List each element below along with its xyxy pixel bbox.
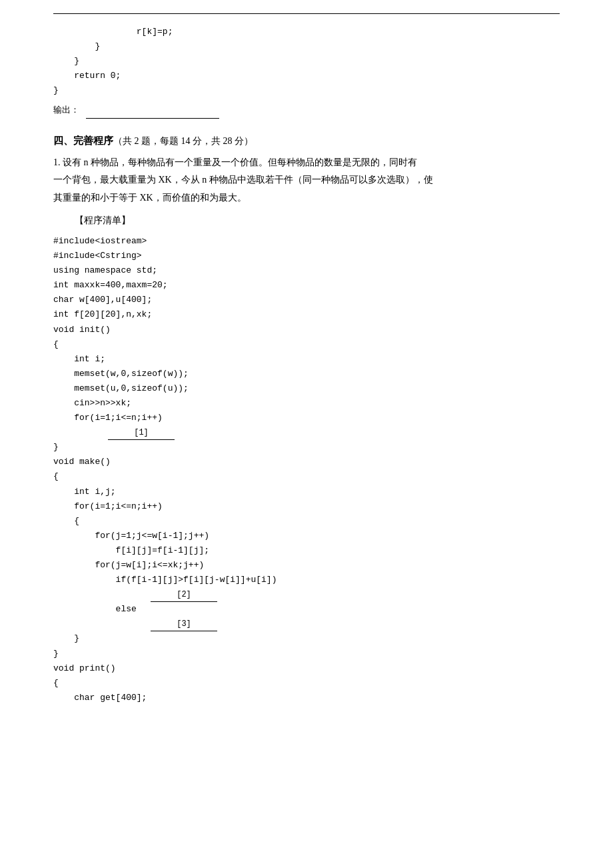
code-memset-w: memset(w,0,sizeof(w));	[53, 367, 560, 381]
code-if-condition: if(f[i-1][j]>f[i][j-w[i]]+u[i])	[53, 573, 560, 587]
code-brace-open3: {	[53, 514, 560, 529]
code-line-return: return 0;	[53, 69, 560, 83]
code-brace-close2: }	[53, 647, 560, 661]
code-line-close1: }	[53, 39, 560, 54]
code-for-j-wi-xk: for(j=w[i];i<=xk;j++)	[53, 558, 560, 573]
code-for-init: for(i=1;i<=n;i++)	[53, 411, 560, 425]
output-section: 输出：	[53, 103, 560, 118]
code-int-f: int f[20][20],n,xk;	[53, 307, 560, 322]
problem1-desc2: 一个背包，最大载重量为 XK，今从 n 种物品中选取若干件（同一种物品可以多次选…	[53, 175, 433, 185]
code-line-close3: }	[53, 83, 560, 98]
code-f-assign1: f[i][j]=f[i-1][j];	[53, 543, 560, 558]
program-list-label: 【程序清单】	[53, 212, 560, 230]
code-brace-close1: }	[53, 440, 560, 455]
code-blank3-line: [3]	[53, 617, 560, 631]
code-void-init: void init()	[53, 323, 560, 337]
output-blank	[86, 118, 219, 119]
code-brace-close3: }	[53, 631, 560, 646]
code-line-close2: }	[53, 54, 560, 69]
code-blank1-line: [1]	[53, 425, 560, 440]
code-blank2-line: [2]	[53, 587, 560, 602]
code-int-ij: int i,j;	[53, 485, 560, 499]
code-using: using namespace std;	[53, 263, 560, 278]
problem1-num: 1.	[53, 157, 61, 167]
code-include-cstring: #include<Cstring>	[53, 249, 560, 263]
int-keyword: int	[74, 354, 89, 364]
problem1-desc1: 设有 n 种物品，每种物品有一个重量及一个价值。但每种物品的数量是无限的，同时有	[63, 157, 417, 167]
code-brace-open4: {	[53, 676, 560, 691]
page: r[k]=p; } } return 0; } 输出： 四、完善程序（共 2 题…	[0, 0, 613, 868]
blank2: [2]	[151, 588, 217, 602]
code-char-wu: char w[400],u[400];	[53, 293, 560, 307]
code-int-maxxk: int maxxk=400,maxm=20;	[53, 278, 560, 293]
top-divider	[53, 13, 560, 14]
code-for-make: for(i=1;i<=n;i++)	[53, 499, 560, 514]
code-line-rk: r[k]=p;	[53, 25, 560, 39]
blank3: [3]	[151, 617, 217, 631]
code-brace-open2: {	[53, 469, 560, 484]
problem1-desc: 1. 设有 n 种物品，每种物品有一个重量及一个价值。但每种物品的数量是无限的，…	[53, 154, 560, 207]
code-brace-open1: {	[53, 337, 560, 352]
code-void-print: void print()	[53, 661, 560, 676]
top-code-block: r[k]=p; } } return 0; }	[53, 25, 560, 98]
problem1-desc3: 其重量的和小于等于 XK，而价值的和为最大。	[53, 193, 247, 203]
blank1: [1]	[108, 426, 175, 440]
code-include-iostream: #include<iostream>	[53, 234, 560, 249]
code-char-get: char get[400];	[53, 691, 560, 705]
code-cin: cin>>n>>xk;	[53, 396, 560, 411]
code-else: else	[53, 602, 560, 617]
section4-title: 四、完善程序（共 2 题，每题 14 分，共 28 分）	[53, 132, 560, 150]
code-memset-u: memset(u,0,sizeof(u));	[53, 381, 560, 396]
main-code-block: #include<iostream> #include<Cstring> usi…	[53, 234, 560, 705]
code-void-make: void make()	[53, 455, 560, 469]
output-label: 输出：	[53, 105, 79, 115]
code-for-j-leq-wi: for(j=1;j<=w[i-1];j++)	[53, 529, 560, 543]
code-int-i: int i;	[53, 352, 560, 367]
